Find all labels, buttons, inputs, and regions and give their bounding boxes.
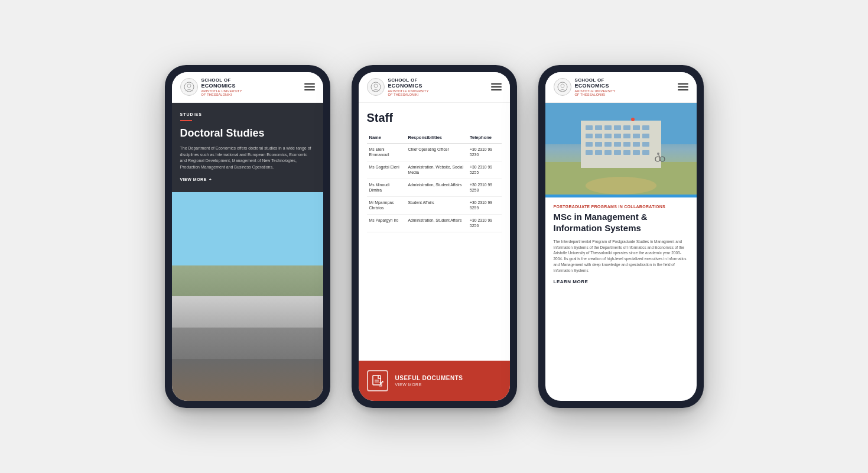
svg-rect-31: [614, 142, 621, 147]
phone-2-header: SCHOOL OF ECONOMICS ARISTOTLE UNIVERSITY…: [359, 72, 510, 103]
svg-point-8: [558, 82, 567, 92]
view-more-button[interactable]: VIEW MORE +: [180, 177, 315, 182]
svg-point-12: [586, 177, 656, 195]
hamburger-menu-3[interactable]: [678, 83, 688, 90]
svg-rect-22: [595, 134, 602, 138]
svg-rect-38: [614, 150, 621, 155]
svg-rect-18: [623, 125, 630, 130]
table-cell-2: +30 2310 99 5258: [467, 179, 501, 196]
phone-1-body: STUDIES Doctoral Studies The Department …: [172, 103, 323, 401]
svg-rect-39: [623, 150, 630, 155]
svg-rect-36: [595, 150, 602, 155]
phone-3-screen: SCHOOL OF ECONOMICS ARISTOTLE UNIVERSITY…: [545, 72, 697, 401]
table-row: Ms Minoudi DimitraAdministration, Studen…: [367, 179, 502, 196]
svg-rect-14: [586, 125, 593, 130]
svg-rect-19: [633, 125, 640, 130]
svg-point-9: [561, 84, 564, 88]
staff-title: Staff: [367, 111, 502, 125]
phone-1-screen: SCHOOL OF ECONOMICS ARISTOTLE UNIVERSITY…: [172, 72, 323, 401]
col-telephone: Telephone: [467, 132, 501, 144]
svg-rect-24: [614, 134, 621, 138]
table-cell-2: +30 2310 99 5259: [467, 196, 501, 214]
table-cell-0: Ms Gagatsi Eleni: [367, 161, 406, 179]
table-cell-2: +30 2310 99 5256: [467, 214, 501, 232]
doctoral-title: Doctoral Studies: [180, 127, 315, 140]
table-row: Ms Papargyri IroAdministration, Student …: [367, 214, 502, 232]
svg-point-0: [184, 82, 194, 92]
svg-point-3: [374, 84, 378, 88]
building-image-1: [172, 192, 323, 401]
table-cell-1: Student Affairs: [406, 196, 468, 214]
svg-rect-17: [614, 125, 621, 130]
doctoral-description: The Department of Economics offers docto…: [180, 145, 315, 170]
hamburger-menu-2[interactable]: [491, 83, 502, 90]
logo-icon-1: [180, 78, 198, 96]
svg-point-2: [371, 82, 381, 92]
svg-rect-15: [595, 125, 602, 130]
table-cell-0: Ms Minoudi Dimitra: [367, 179, 406, 196]
phone-1-header: SCHOOL OF ECONOMICS ARISTOTLE UNIVERSITY…: [172, 72, 323, 103]
postgrad-label: POSTGRADUATE PROGRAMS IN COLLABORATIONS: [554, 205, 688, 209]
logo-icon-2: [367, 78, 385, 96]
svg-rect-32: [623, 142, 630, 147]
scene: SCHOOL OF ECONOMICS ARISTOTLE UNIVERSITY…: [141, 41, 727, 432]
table-row: Mr Mparmpas ChristosStudent Affairs+30 2…: [367, 196, 502, 214]
table-cell-2: +30 2310 99 5230: [467, 143, 501, 161]
table-cell-1: Administration, Student Affairs: [406, 214, 468, 232]
docs-text: USEFUL DOCUMENTS VIEW MORE: [395, 375, 463, 387]
svg-point-1: [187, 84, 191, 88]
phone-2-body: Staff Name Responsibilities Telephone Ms…: [359, 103, 510, 401]
msc-info-section: POSTGRADUATE PROGRAMS IN COLLABORATIONS …: [545, 197, 697, 401]
phone-3: SCHOOL OF ECONOMICS ARISTOTLE UNIVERSITY…: [538, 65, 704, 408]
svg-rect-34: [642, 142, 649, 147]
table-cell-0: Ms Eleni Emmanouil: [367, 143, 406, 161]
hamburger-menu-1[interactable]: [304, 83, 315, 90]
msc-title: MSc in Management & Information Systems: [554, 211, 688, 234]
svg-rect-27: [642, 134, 649, 138]
table-cell-0: Mr Mparmpas Christos: [367, 196, 406, 214]
svg-point-46: [631, 118, 635, 121]
table-cell-2: +30 2310 99 5255: [467, 161, 501, 179]
staff-section: Staff Name Responsibilities Telephone Ms…: [359, 103, 510, 361]
col-name: Name: [367, 132, 406, 144]
plus-icon: +: [209, 177, 212, 182]
useful-docs-banner[interactable]: USEFUL DOCUMENTS VIEW MORE: [359, 361, 510, 401]
table-cell-1: Chief Operating Officer: [406, 143, 468, 161]
table-cell-1: Administration, Student Affairs: [406, 179, 468, 196]
logo-text-2: SCHOOL OF ECONOMICS ARISTOTLE UNIVERSITY…: [388, 78, 429, 96]
table-cell-0: Ms Papargyri Iro: [367, 214, 406, 232]
table-header-row: Name Responsibilities Telephone: [367, 132, 502, 144]
logo-text-1: SCHOOL OF ECONOMICS ARISTOTLE UNIVERSITY…: [201, 78, 242, 96]
logo-text-3: SCHOOL OF ECONOMICS ARISTOTLE UNIVERSITY…: [575, 78, 616, 96]
staff-table: Name Responsibilities Telephone Ms Eleni…: [367, 132, 502, 232]
col-responsibilities: Responsibilities: [406, 132, 468, 144]
svg-rect-33: [633, 142, 640, 147]
logo-icon-3: [554, 78, 571, 96]
doctoral-section: STUDIES Doctoral Studies The Department …: [172, 103, 323, 193]
studies-underline: [180, 120, 192, 121]
studies-label: STUDIES: [180, 112, 315, 116]
docs-view-more: VIEW MORE: [395, 383, 463, 387]
table-row: Ms Eleni EmmanouilChief Operating Office…: [367, 143, 502, 161]
phone-2-screen: SCHOOL OF ECONOMICS ARISTOTLE UNIVERSITY…: [359, 72, 510, 401]
building-photo-1: [172, 192, 323, 401]
svg-rect-16: [604, 125, 612, 130]
svg-rect-28: [586, 142, 593, 147]
svg-rect-35: [586, 150, 593, 155]
svg-rect-41: [642, 150, 649, 155]
svg-rect-29: [595, 142, 602, 147]
msc-description: The Interdepartmental Program of Postgra…: [554, 239, 688, 274]
phone-3-body: POSTGRADUATE PROGRAMS IN COLLABORATIONS …: [545, 103, 697, 401]
svg-rect-40: [633, 150, 640, 155]
svg-rect-26: [633, 134, 640, 138]
logo-area-2: SCHOOL OF ECONOMICS ARISTOTLE UNIVERSITY…: [367, 78, 429, 96]
svg-rect-25: [623, 134, 630, 138]
phone-3-header: SCHOOL OF ECONOMICS ARISTOTLE UNIVERSITY…: [545, 72, 697, 103]
svg-rect-21: [586, 134, 593, 138]
svg-rect-30: [604, 142, 612, 147]
docs-title: USEFUL DOCUMENTS: [395, 375, 463, 381]
phone-1: SCHOOL OF ECONOMICS ARISTOTLE UNIVERSITY…: [165, 65, 330, 408]
svg-rect-23: [604, 134, 612, 138]
logo-area-3: SCHOOL OF ECONOMICS ARISTOTLE UNIVERSITY…: [554, 78, 616, 96]
learn-more-button[interactable]: LEARN MORE: [554, 279, 688, 284]
